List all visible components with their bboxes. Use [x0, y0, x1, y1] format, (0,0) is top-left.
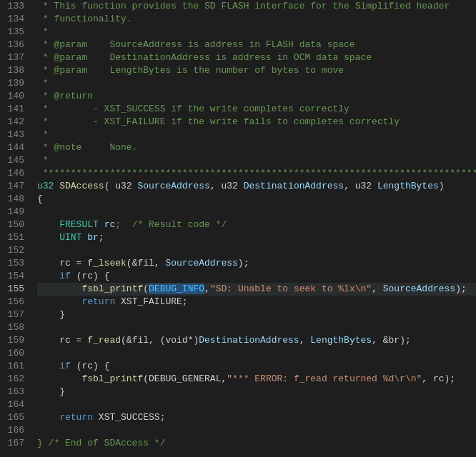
token [37, 283, 81, 294]
code-content[interactable]: * This function provides the SD FLASH in… [30, 0, 476, 457]
code-line-165: return XST_SUCCESS; [37, 411, 476, 424]
line-number-145: 145 [0, 154, 24, 167]
token: DEBUG_INFO [149, 283, 204, 294]
token: , &br); [372, 335, 411, 346]
token [37, 361, 59, 371]
line-number-151: 151 [0, 231, 24, 244]
line-number-148: 148 [0, 193, 24, 206]
token: FRESULT [37, 219, 104, 230]
token: fsbl_printf [81, 283, 143, 294]
code-line-144: * @note None. [37, 141, 476, 154]
token: f_read [87, 335, 121, 346]
code-line-143: * [37, 129, 476, 141]
token: ; [99, 232, 104, 243]
code-line-154: if (rc) { [37, 270, 476, 283]
token: * - XST_FAILURE if the write fails to co… [37, 116, 400, 127]
token: DestinationAddress [244, 181, 344, 191]
code-line-163: } [37, 386, 476, 398]
line-number-147: 147 [0, 180, 24, 193]
code-line-142: * - XST_FAILURE if the write fails to co… [37, 116, 476, 129]
token: "SD: Unable to seek to %lx\n" [210, 283, 372, 294]
token: * @param DestinationAddress is address i… [37, 52, 372, 63]
line-number-137: 137 [0, 51, 24, 64]
token: ); [238, 258, 249, 268]
code-line-149 [37, 206, 476, 219]
token: * @note None. [37, 142, 137, 153]
token: XST_SUCCESS; [93, 412, 165, 423]
code-line-155: fsbl_printf(DEBUG_INFO,"SD: Unable to se… [37, 283, 476, 296]
token: "*** ERROR: f_read returned %d\r\n" [227, 373, 422, 384]
token: , [299, 335, 311, 346]
token: return [59, 412, 93, 423]
code-line-158 [37, 321, 476, 334]
token: (rc) { [71, 271, 110, 281]
line-number-140: 140 [0, 90, 24, 103]
line-number-156: 156 [0, 296, 24, 308]
code-line-146: ****************************************… [37, 167, 476, 180]
token: , [204, 283, 210, 294]
code-line-164 [37, 398, 476, 411]
line-number-160: 160 [0, 347, 24, 360]
token: * @param LengthBytes is the number of by… [37, 65, 344, 76]
token: * [37, 26, 49, 37]
line-number-159: 159 [0, 334, 24, 347]
token: if [59, 271, 71, 281]
line-number-136: 136 [0, 39, 24, 51]
code-editor: 1331341351361371381391401411421431441451… [0, 0, 476, 457]
line-number-146: 146 [0, 167, 24, 180]
line-number-139: 139 [0, 77, 24, 90]
token: ) [439, 181, 445, 191]
token: } [37, 309, 65, 320]
token: , u32 [344, 181, 377, 191]
line-number-143: 143 [0, 129, 24, 141]
code-line-157: } [37, 308, 476, 321]
code-line-134: * functionality. [37, 13, 476, 26]
code-line-147: u32 SDAccess( u32 SourceAddress, u32 Des… [37, 180, 476, 193]
line-number-152: 152 [0, 244, 24, 257]
token: * [37, 129, 49, 140]
token: , u32 [210, 181, 244, 191]
token: XST_FAILURE; [115, 296, 187, 307]
line-number-142: 142 [0, 116, 24, 129]
code-line-136: * @param SourceAddress is address in FLA… [37, 39, 476, 51]
line-number-165: 165 [0, 411, 24, 424]
token: * @param SourceAddress is address in FLA… [37, 39, 355, 50]
token: ); [455, 283, 467, 294]
code-line-139: * [37, 77, 476, 90]
token: (&fil, (void*) [121, 335, 199, 346]
line-number-167: 167 [0, 437, 24, 450]
code-line-148: { [37, 193, 476, 206]
code-line-145: * [37, 154, 476, 167]
line-number-144: 144 [0, 141, 24, 154]
token: rc [104, 219, 116, 230]
token: ( [143, 283, 149, 294]
token: br [87, 232, 99, 243]
token: (DEBUG_GENERAL, [143, 373, 227, 384]
line-number-164: 164 [0, 398, 24, 411]
line-number-163: 163 [0, 386, 24, 398]
code-line-153: rc = f_lseek(&fil, SourceAddress); [37, 257, 476, 270]
code-line-150: FRESULT rc; /* Result code */ [37, 219, 476, 231]
token: SourceAddress [137, 181, 209, 191]
token [37, 412, 59, 423]
code-line-161: if (rc) { [37, 360, 476, 373]
line-number-153: 153 [0, 257, 24, 270]
code-line-140: * @return [37, 90, 476, 103]
token: SDAccess [59, 181, 104, 191]
token [37, 373, 81, 384]
token [37, 296, 81, 307]
token: UINT [37, 232, 87, 243]
code-line-162: fsbl_printf(DEBUG_GENERAL,"*** ERROR: f_… [37, 373, 476, 386]
line-number-138: 138 [0, 64, 24, 77]
line-number-162: 162 [0, 373, 24, 386]
line-number-141: 141 [0, 103, 24, 116]
code-line-141: * - XST_SUCCESS if the write completes c… [37, 103, 476, 116]
code-line-159: rc = f_read(&fil, (void*)DestinationAddr… [37, 334, 476, 347]
token: * [37, 155, 49, 166]
token: * This function provides the SD FLASH in… [37, 1, 450, 11]
code-line-152 [37, 244, 476, 257]
token: if [59, 361, 71, 371]
token: { [37, 194, 43, 204]
code-line-133: * This function provides the SD FLASH in… [37, 0, 476, 13]
token: return [81, 296, 115, 307]
